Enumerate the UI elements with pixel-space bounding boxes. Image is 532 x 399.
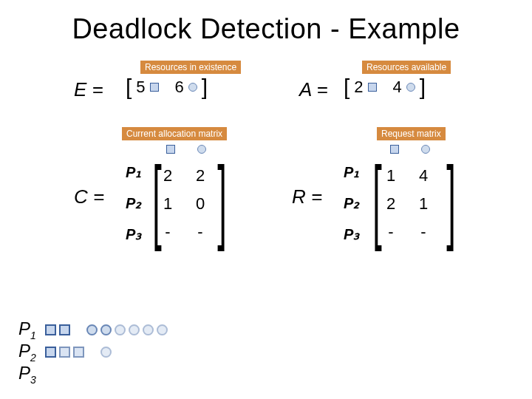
process-row-p2: P2 (18, 341, 168, 363)
vector-E: [ 5 6 ] (126, 75, 208, 100)
resource-type-b-icon (100, 324, 112, 335)
resource-type-a-icon (59, 347, 70, 358)
vector-A-label: A = (299, 78, 328, 101)
matrix-R: 1 4 2 1 - - (384, 162, 430, 246)
resource-type-b-icon (188, 83, 197, 92)
matrix-R-label: R = (292, 185, 322, 208)
resources-existence-label: Resources in existence (140, 60, 241, 74)
resource-type-a-icon (59, 324, 70, 335)
resources-available-label: Resources available (362, 60, 451, 74)
vector-E-label: E = (74, 78, 103, 101)
matrix-C-col-icons (166, 145, 206, 154)
resource-type-b-icon (100, 347, 112, 358)
resource-type-b-icon (86, 324, 98, 335)
resource-type-a-icon (73, 347, 84, 358)
resource-type-b-icon (129, 324, 140, 335)
resource-type-b-icon (157, 324, 168, 335)
resource-type-b-icon (115, 324, 126, 335)
matrix-R-row-labels: P₁ P₂ P₃ (344, 163, 359, 243)
process-row-p1: P1 (18, 318, 168, 341)
process-allocation-visual: P1 P2 P3 (18, 318, 168, 385)
matrix-C-row-labels: P₁ P₂ P₃ (126, 163, 141, 243)
resource-type-b-icon (143, 324, 154, 335)
resource-type-a-icon (45, 324, 56, 335)
resource-type-b-icon (197, 145, 206, 154)
request-matrix-label: Request matrix (377, 126, 446, 140)
process-row-p3: P3 (18, 363, 168, 385)
matrix-R-col-icons (390, 145, 430, 154)
diagram-area: E = Resources in existence [ 5 6 ] A = R… (0, 45, 532, 385)
resource-type-a-icon (368, 83, 377, 92)
resource-type-a-icon (150, 83, 159, 92)
matrix-C: 2 2 1 0 - - (161, 162, 207, 246)
page-title: Deadlock Detection - Example (0, 0, 532, 45)
current-allocation-label: Current allocation matrix (122, 126, 227, 140)
resource-type-a-icon (166, 145, 175, 154)
resource-type-a-icon (390, 145, 399, 154)
resource-type-b-icon (406, 83, 415, 92)
resource-type-b-icon (421, 145, 430, 154)
resource-type-a-icon (45, 347, 56, 358)
matrix-C-label: C = (74, 185, 104, 208)
vector-A: [ 2 4 ] (344, 75, 426, 100)
